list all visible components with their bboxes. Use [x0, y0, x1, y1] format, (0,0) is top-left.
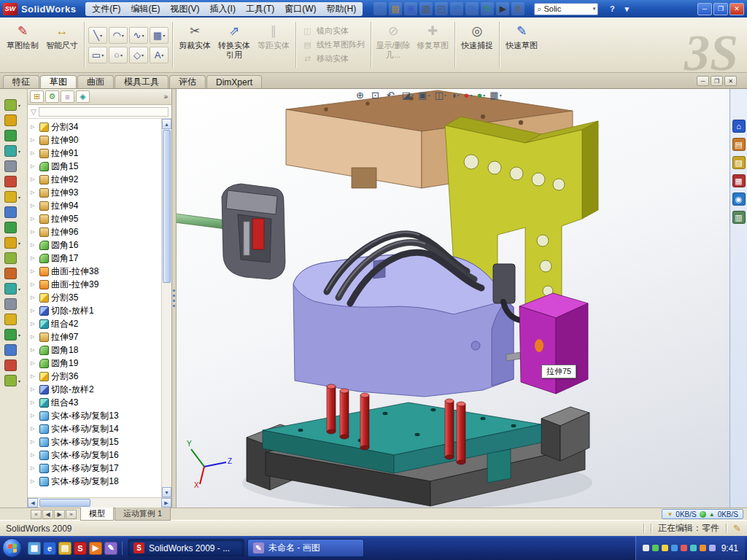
view-orientation-icon[interactable]: ▣ ▾ [418, 90, 430, 101]
taskbar-window-button[interactable]: S SolidWorks 2009 - ... [128, 539, 244, 557]
expand-arrow-icon[interactable]: ▷ [31, 137, 37, 143]
drawing-palette-icon[interactable]: ▦ [732, 174, 746, 187]
expand-arrow-icon[interactable]: ▷ [31, 176, 37, 182]
select-icon[interactable]: ▶ [496, 2, 509, 15]
expand-arrow-icon[interactable]: ▷ [31, 360, 37, 366]
feature-tree-item[interactable]: ▷ 实体-移动/复制13 [28, 409, 161, 422]
line-icon[interactable]: ╲▾ [88, 27, 107, 44]
media-player-icon[interactable]: ▶ [89, 542, 102, 555]
doc-restore-button[interactable]: ❐ [711, 76, 723, 86]
mold-tool-10[interactable]: ▾ [4, 237, 23, 249]
chevron-down-icon[interactable]: ▾ [500, 93, 502, 98]
chevron-down-icon[interactable]: ▾ [100, 33, 102, 38]
mold-tool-18[interactable]: ▾ [4, 359, 23, 371]
chevron-down-icon[interactable]: ▾ [120, 52, 123, 58]
design-library-icon[interactable]: ▤ [732, 138, 746, 151]
doc-close-button[interactable]: ✕ [724, 76, 737, 86]
expand-arrow-icon[interactable]: ▷ [31, 163, 37, 169]
scroll-down-icon[interactable]: ▼ [162, 487, 171, 497]
mold-tool-16[interactable]: ▾ [4, 329, 23, 341]
polygon-icon[interactable]: ◇▾ [129, 47, 148, 63]
feature-tree-item[interactable]: ▷ 曲面-拉伸38 [28, 265, 161, 278]
flyout-arrow-icon[interactable]: ▾ [18, 103, 23, 108]
expand-arrow-icon[interactable]: ▷ [31, 229, 37, 235]
menu-item[interactable]: 编辑(E) [126, 1, 166, 17]
tab-nav-icon[interactable]: ◀ [42, 510, 53, 519]
mold-tool-4[interactable]: ▾ [4, 145, 23, 157]
mold-tool-1[interactable]: ▾ [4, 99, 23, 111]
mold-tool-14[interactable]: ▾ [4, 298, 23, 310]
hide-show-items-icon[interactable]: ◑ ▾ [451, 90, 460, 101]
mold-tool-13[interactable]: ▾ [4, 283, 23, 295]
expand-arrow-icon[interactable]: ▷ [31, 386, 37, 392]
flyout-arrow-icon[interactable]: ▾ [18, 332, 23, 338]
command-tab[interactable]: 模具工具 [115, 75, 169, 88]
expand-arrow-icon[interactable]: ▷ [31, 439, 37, 445]
mold-tool-2[interactable]: ▾ [4, 114, 23, 126]
feature-tree-item[interactable]: ▷ 圆角17 [28, 252, 161, 265]
chevron-right-icon[interactable]: » [163, 93, 169, 101]
tab-nav-icon[interactable]: » [66, 510, 77, 519]
toolbar-options-icon[interactable]: ▾ [621, 3, 632, 15]
feature-tree-item[interactable]: ▷ 实体-移动/复制14 [28, 422, 161, 435]
filter-icon[interactable]: ▽ [31, 108, 36, 116]
tray-icon-2[interactable] [652, 545, 659, 551]
expand-arrow-icon[interactable]: ▷ [31, 281, 37, 287]
feature-tree-item[interactable]: ▷ 圆角16 [28, 238, 161, 252]
search-input[interactable]: Solic [543, 4, 590, 13]
feature-tree-item[interactable]: ▷ 拉伸96 [28, 225, 161, 238]
text-icon[interactable]: A▾ [150, 47, 169, 63]
feature-tree-item[interactable]: ▷ 拉伸97 [28, 330, 161, 343]
command-tab[interactable]: 草图 [40, 75, 77, 88]
mold-tool-8[interactable]: ▾ [4, 206, 23, 218]
print-preview-icon[interactable]: ◰ [435, 2, 448, 15]
toolbar-button[interactable]: ⇄ 移动实体 [302, 53, 365, 64]
tray-icon-6[interactable] [690, 545, 697, 551]
chevron-down-icon[interactable]: ▾ [101, 52, 104, 58]
open-icon[interactable]: ▤ [389, 2, 402, 15]
expand-arrow-icon[interactable]: ▷ [31, 203, 37, 209]
circle-icon[interactable]: ○▾ [109, 47, 128, 63]
tray-icon-7[interactable] [700, 545, 706, 551]
doc-minimize-button[interactable]: ─ [697, 76, 709, 86]
expand-arrow-icon[interactable]: ▷ [31, 124, 37, 130]
feature-tree-item[interactable]: ▷ 拉伸91 [28, 147, 161, 160]
chevron-down-icon[interactable]: ▾ [161, 52, 163, 58]
view-settings-icon[interactable]: ▦ ▾ [489, 90, 501, 101]
expand-arrow-icon[interactable]: ▷ [31, 268, 37, 274]
zoom-to-area-icon[interactable]: ⊡ ▾ [371, 90, 382, 101]
feature-tree-item[interactable]: ▷ 拉伸90 [28, 133, 161, 147]
chevron-down-icon[interactable]: ▾ [427, 93, 430, 98]
options-icon[interactable]: ⚙ [511, 2, 525, 15]
solidworks-icon[interactable]: S [74, 542, 87, 555]
toolbar-button[interactable]: ✎ 快速草图 [502, 19, 541, 71]
feature-tree-item[interactable]: ▷ 拉伸92 [28, 173, 161, 186]
chevron-down-icon[interactable]: ▾ [470, 93, 472, 98]
feature-tree-item[interactable]: ▷ 切除-放样2 [28, 383, 161, 396]
undo-icon[interactable]: ↶ [450, 2, 463, 15]
command-tab[interactable]: 曲面 [77, 75, 114, 88]
tab-nav-icon[interactable]: « [31, 510, 42, 519]
expand-arrow-icon[interactable]: ▷ [31, 150, 37, 156]
scrollbar-thumb[interactable] [39, 499, 90, 507]
apply-scene-icon[interactable]: ● ▾ [476, 90, 485, 101]
document-tab[interactable]: 运动算例 1 [115, 508, 171, 521]
toolbar-button[interactable]: ◫ 镜向实体 [302, 26, 365, 36]
menu-item[interactable]: 文件(F) [87, 1, 125, 17]
save-icon[interactable]: ▣ [404, 2, 417, 15]
internet-explorer-icon[interactable]: e [43, 542, 56, 555]
feature-tree-item[interactable]: ▷ 拉伸95 [28, 212, 161, 225]
flyout-arrow-icon[interactable]: ▾ [18, 241, 23, 246]
toolbar-button[interactable]: ⇗ 转换实体引用 [214, 19, 254, 71]
flyout-arrow-icon[interactable]: ▾ [18, 195, 23, 200]
feature-tree-item[interactable]: ▷ 圆角15 [28, 160, 161, 173]
expand-arrow-icon[interactable]: ▷ [31, 373, 37, 379]
feature-tree-item[interactable]: ▷ 实体-移动/复制17 [28, 462, 161, 475]
propertymanager-tab[interactable]: ⚙ [45, 90, 59, 103]
file-explorer-icon[interactable]: ▨ [732, 156, 746, 169]
grid-icon[interactable]: ▦▾ [150, 27, 169, 44]
chevron-down-icon[interactable]: ▾ [457, 93, 460, 98]
expand-arrow-icon[interactable]: ▷ [31, 190, 37, 195]
3d-mold-assembly-model[interactable] [177, 89, 729, 508]
toolbar-button[interactable]: ↔ 智能尺寸 [42, 19, 82, 71]
